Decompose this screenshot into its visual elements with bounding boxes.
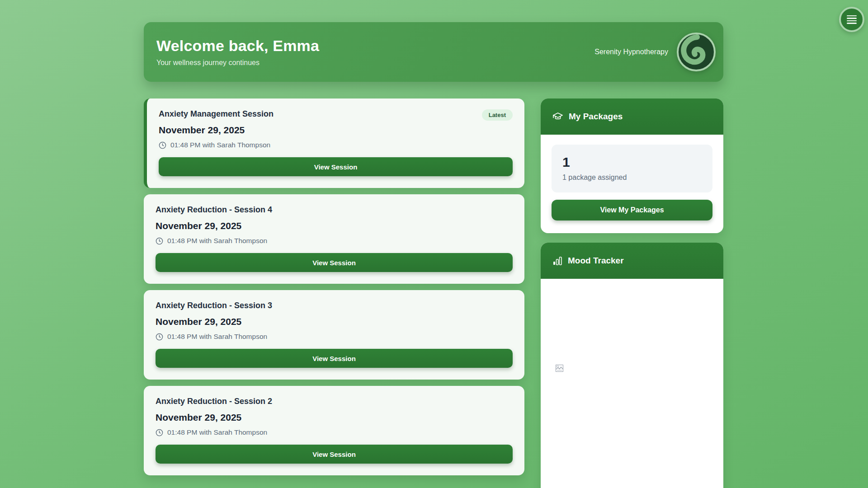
session-title: Anxiety Reduction - Session 3 — [156, 301, 513, 310]
session-card: Anxiety Reduction - Session 4 November 2… — [144, 194, 524, 284]
panel-title: My Packages — [569, 112, 623, 122]
bar-chart-icon — [553, 257, 562, 265]
mood-tracker-header: Mood Tracker — [541, 243, 723, 279]
session-card: Latest Anxiety Management Session Novemb… — [144, 99, 524, 188]
clock-icon — [156, 429, 163, 436]
brand: Serenity Hypnotherapy — [594, 32, 716, 72]
session-date: November 29, 2025 — [159, 125, 513, 136]
latest-badge: Latest — [482, 109, 513, 121]
welcome-text: Welcome back, Emma Your wellness journey… — [156, 37, 319, 67]
sidebar: My Packages 1 1 package assigned View My… — [541, 99, 723, 488]
view-session-button[interactable]: View Session — [156, 349, 513, 368]
view-session-button[interactable]: View Session — [159, 157, 513, 176]
view-session-button[interactable]: View Session — [156, 445, 513, 464]
my-packages-panel: My Packages 1 1 package assigned View My… — [541, 99, 723, 233]
my-packages-header: My Packages — [541, 99, 723, 135]
session-date: November 29, 2025 — [156, 412, 513, 423]
session-list: Latest Anxiety Management Session Novemb… — [144, 99, 524, 488]
dashboard: Welcome back, Emma Your wellness journey… — [144, 22, 723, 488]
session-meta: 01:48 PM with Sarah Thompson — [156, 237, 513, 245]
clock-icon — [156, 237, 163, 245]
session-card: Anxiety Reduction - Session 2 November 2… — [144, 386, 524, 475]
view-packages-button[interactable]: View My Packages — [552, 200, 712, 221]
session-card: Anxiety Reduction - Session 3 November 2… — [144, 290, 524, 380]
session-title: Anxiety Reduction - Session 4 — [156, 205, 513, 215]
session-title: Anxiety Management Session — [159, 109, 513, 119]
package-count-label: 1 package assigned — [562, 174, 702, 182]
mood-tracker-panel: Mood Tracker — [541, 243, 723, 488]
graduation-cap-icon — [553, 112, 563, 121]
swirl-logo-icon — [676, 32, 716, 72]
package-stat-box: 1 1 package assigned — [552, 145, 712, 192]
panel-title: Mood Tracker — [568, 256, 624, 266]
clock-icon — [156, 333, 163, 341]
page-subtitle: Your wellness journey continues — [156, 59, 319, 67]
session-meta: 01:48 PM with Sarah Thompson — [156, 428, 513, 436]
session-title: Anxiety Reduction - Session 2 — [156, 397, 513, 406]
session-meta: 01:48 PM with Sarah Thompson — [159, 141, 513, 149]
menu-icon — [847, 15, 857, 24]
package-count: 1 — [562, 155, 702, 170]
view-session-button[interactable]: View Session — [156, 253, 513, 272]
broken-image-icon — [556, 365, 563, 372]
mood-tracker-body — [541, 279, 723, 488]
brand-name: Serenity Hypnotherapy — [594, 48, 668, 56]
menu-button[interactable] — [839, 7, 864, 32]
session-date: November 29, 2025 — [156, 316, 513, 327]
session-meta: 01:48 PM with Sarah Thompson — [156, 333, 513, 341]
session-date: November 29, 2025 — [156, 221, 513, 231]
clock-icon — [159, 141, 166, 149]
page-title: Welcome back, Emma — [156, 37, 319, 55]
my-packages-body: 1 1 package assigned View My Packages — [541, 135, 723, 233]
welcome-header: Welcome back, Emma Your wellness journey… — [144, 22, 723, 82]
